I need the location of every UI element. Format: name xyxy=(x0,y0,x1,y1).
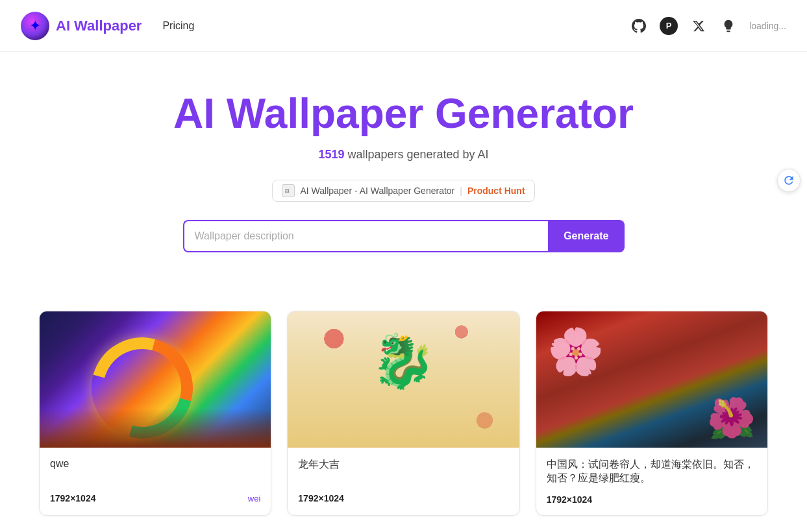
refresh-icon[interactable] xyxy=(777,169,801,192)
producthunt-icon[interactable]: P xyxy=(660,17,678,35)
card-author-1[interactable]: wei xyxy=(248,494,261,503)
card-dimensions-2: 1792×1024 xyxy=(298,493,343,503)
logo-text: AI Wallpaper xyxy=(56,18,142,34)
twitter-x-icon[interactable] xyxy=(689,17,708,35)
card-footer-2: 1792×1024 xyxy=(298,493,508,503)
card-dimensions-3: 1792×1024 xyxy=(547,494,592,505)
hero-title: AI Wallpaper Generator xyxy=(13,91,794,136)
badge-label: AI Wallpaper - AI Wallpaper Generator xyxy=(300,186,454,196)
card-footer-1: 1792×1024 wei xyxy=(50,493,260,503)
card-title-3: 中国风：试问卷帘人，却道海棠依旧。知否，知否？应是绿肥红瘦。 xyxy=(547,458,757,485)
tip-icon[interactable] xyxy=(719,17,738,35)
logo-link[interactable]: ✦ AI Wallpaper xyxy=(21,12,142,40)
wallpaper-image-3[interactable] xyxy=(536,311,767,448)
nav-right: P loading... xyxy=(630,17,786,35)
hero-subtitle: 1519 wallpapers generated by AI xyxy=(13,148,794,162)
navbar: ✦ AI Wallpaper Pricing P loading... xyxy=(0,0,807,52)
logo-icon: ✦ xyxy=(21,12,49,40)
github-icon[interactable] xyxy=(630,17,648,35)
nav-links: Pricing xyxy=(162,20,194,32)
product-hunt-badge[interactable]: 🖼 AI Wallpaper - AI Wallpaper Generator … xyxy=(272,180,534,202)
svg-text:🖼: 🖼 xyxy=(286,189,290,193)
pricing-link[interactable]: Pricing xyxy=(162,20,194,32)
card-body-1: qwe 1792×1024 wei xyxy=(40,448,271,514)
gallery-card: 中国风：试问卷帘人，却道海棠依旧。知否，知否？应是绿肥红瘦。 1792×1024 xyxy=(536,311,768,516)
card-dimensions-1: 1792×1024 xyxy=(50,493,95,503)
search-bar: Generate xyxy=(183,220,625,252)
gallery-card: qwe 1792×1024 wei xyxy=(39,311,271,516)
search-input[interactable] xyxy=(183,220,549,252)
badge-separator: | xyxy=(460,186,462,196)
card-footer-3: 1792×1024 xyxy=(547,494,757,505)
wallpaper-image-2[interactable] xyxy=(288,311,519,448)
wallpaper-image-1[interactable] xyxy=(40,311,271,448)
hero-section: AI Wallpaper Generator 1519 wallpapers g… xyxy=(0,52,807,311)
gallery-card: 龙年大吉 1792×1024 xyxy=(287,311,519,516)
card-body-3: 中国风：试问卷帘人，却道海棠依旧。知否，知否？应是绿肥红瘦。 1792×1024 xyxy=(536,448,767,515)
generate-button[interactable]: Generate xyxy=(548,220,624,252)
card-body-2: 龙年大吉 1792×1024 xyxy=(288,448,519,514)
loading-status: loading... xyxy=(749,21,786,31)
hero-subtitle-text: wallpapers generated by AI xyxy=(344,148,488,161)
wallpaper-count: 1519 xyxy=(318,148,344,161)
badge-thumbnail: 🖼 xyxy=(282,184,295,197)
card-title-2: 龙年大吉 xyxy=(298,458,508,484)
gallery-section: qwe 1792×1024 wei 龙年大吉 1792×1024 中国风：试问卷… xyxy=(0,311,807,532)
card-title-1: qwe xyxy=(50,458,260,484)
product-hunt-link[interactable]: Product Hunt xyxy=(467,186,525,196)
